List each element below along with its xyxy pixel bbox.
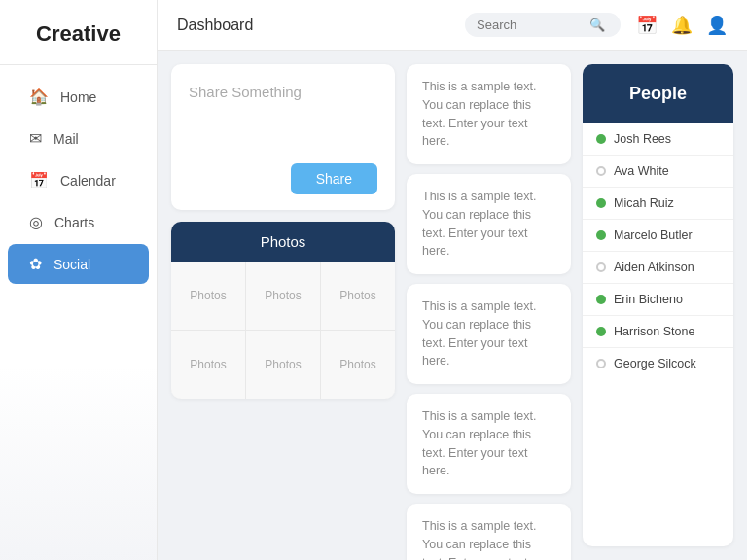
person-name: Micah Ruiz: [614, 196, 674, 210]
sidebar-item-mail[interactable]: ✉Mail: [8, 119, 149, 158]
photo-cell[interactable]: Photos: [171, 331, 245, 399]
photos-section: Photos PhotosPhotosPhotosPhotosPhotosPho…: [171, 222, 395, 399]
person-name: Erin Bicheno: [614, 293, 683, 306]
person-item[interactable]: Aiden Atkinson: [583, 252, 733, 284]
header: Dashboard 🔍 📅 🔔 👤: [158, 0, 747, 51]
photo-cell[interactable]: Photos: [321, 262, 395, 330]
status-dot: [596, 327, 606, 336]
middle-column: This is a sample text. You can replace t…: [407, 64, 571, 546]
sidebar-background-decoration: [0, 366, 157, 560]
people-column: People Josh Rees Ava White Micah Ruiz Ma…: [583, 64, 733, 546]
status-dot: [596, 230, 606, 240]
person-name: Harrison Stone: [614, 325, 694, 338]
status-dot: [596, 134, 606, 144]
share-placeholder-text: Share Something: [189, 84, 302, 152]
photos-grid: PhotosPhotosPhotosPhotosPhotosPhotos: [171, 262, 395, 399]
charts-icon: ◎: [29, 213, 43, 231]
notification-icon[interactable]: 🔔: [671, 15, 693, 36]
person-item[interactable]: George Silcock: [583, 348, 733, 379]
page-title: Dashboard: [177, 17, 449, 34]
main-area: Dashboard 🔍 📅 🔔 👤 Share Something Share …: [158, 0, 747, 560]
search-icon: 🔍: [589, 18, 605, 32]
share-button[interactable]: Share: [291, 163, 377, 194]
feed-card: This is a sample text. You can replace t…: [407, 504, 571, 560]
photo-cell[interactable]: Photos: [246, 262, 320, 330]
left-column: Share Something Share Photos PhotosPhoto…: [171, 64, 395, 546]
sidebar-item-calendar[interactable]: 📅Calendar: [8, 160, 149, 200]
feed-card: This is a sample text. You can replace t…: [407, 394, 571, 494]
person-item[interactable]: Ava White: [583, 156, 733, 188]
home-icon: 🏠: [29, 88, 49, 106]
feed-card: This is a sample text. You can replace t…: [407, 174, 571, 274]
photos-header: Photos: [171, 222, 395, 262]
people-list: Josh Rees Ava White Micah Ruiz Marcelo B…: [583, 123, 733, 546]
mail-icon: ✉: [29, 129, 42, 148]
person-item[interactable]: Harrison Stone: [583, 316, 733, 348]
sidebar: Creative 🏠Home✉Mail📅Calendar◎Charts✿Soci…: [0, 0, 158, 560]
person-name: Aiden Atkinson: [614, 261, 694, 274]
person-item[interactable]: Erin Bicheno: [583, 284, 733, 316]
sidebar-item-social[interactable]: ✿Social: [8, 244, 149, 284]
sidebar-brand: Creative: [0, 12, 157, 65]
status-dot: [596, 198, 606, 208]
feed-card: This is a sample text. You can replace t…: [407, 64, 571, 164]
sidebar-item-charts[interactable]: ◎Charts: [8, 202, 149, 242]
status-dot: [596, 262, 606, 272]
photo-cell[interactable]: Photos: [321, 331, 395, 399]
search-input[interactable]: [477, 18, 584, 32]
content-body: Share Something Share Photos PhotosPhoto…: [158, 51, 747, 560]
photo-cell[interactable]: Photos: [246, 331, 320, 399]
person-item[interactable]: Josh Rees: [583, 123, 733, 156]
sidebar-item-label: Social: [53, 257, 90, 272]
photo-cell[interactable]: Photos: [171, 262, 245, 330]
feed-card: This is a sample text. You can replace t…: [407, 284, 571, 384]
person-item[interactable]: Marcelo Butler: [583, 220, 733, 252]
sidebar-item-label: Charts: [54, 215, 94, 230]
status-dot: [596, 166, 606, 176]
sidebar-item-label: Calendar: [60, 173, 116, 189]
header-icons: 📅 🔔 👤: [636, 15, 728, 36]
person-name: George Silcock: [614, 357, 696, 370]
sidebar-item-label: Home: [60, 89, 96, 105]
person-name: Josh Rees: [614, 132, 671, 146]
sidebar-item-label: Mail: [53, 131, 79, 147]
status-dot: [596, 295, 606, 304]
sidebar-item-home[interactable]: 🏠Home: [8, 77, 149, 117]
share-card: Share Something Share: [171, 64, 395, 210]
person-name: Ava White: [614, 164, 669, 178]
calendar-icon: 📅: [29, 171, 49, 190]
people-header: People: [583, 64, 733, 123]
calendar-icon[interactable]: 📅: [636, 15, 658, 36]
status-dot: [596, 359, 606, 368]
person-name: Marcelo Butler: [614, 228, 693, 242]
user-icon[interactable]: 👤: [706, 15, 728, 36]
social-icon: ✿: [29, 255, 42, 273]
search-bar[interactable]: 🔍: [465, 13, 621, 37]
person-item[interactable]: Micah Ruiz: [583, 188, 733, 220]
